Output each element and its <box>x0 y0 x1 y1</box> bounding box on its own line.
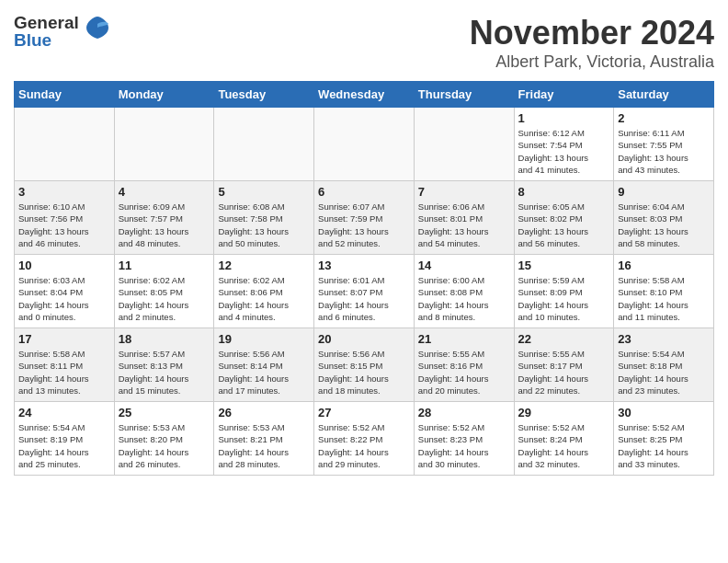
calendar-day-cell: 29Sunrise: 5:52 AM Sunset: 8:24 PM Dayli… <box>514 402 614 476</box>
day-number: 19 <box>218 332 310 346</box>
day-number: 17 <box>18 332 110 346</box>
calendar-day-cell: 22Sunrise: 5:55 AM Sunset: 8:17 PM Dayli… <box>514 328 614 402</box>
calendar-day-cell: 17Sunrise: 5:58 AM Sunset: 8:11 PM Dayli… <box>15 328 115 402</box>
day-number: 23 <box>618 332 710 346</box>
day-number: 18 <box>119 332 210 346</box>
day-detail: Sunrise: 5:55 AM Sunset: 8:17 PM Dayligh… <box>518 348 610 396</box>
calendar-day-cell: 24Sunrise: 5:54 AM Sunset: 8:19 PM Dayli… <box>15 402 115 476</box>
day-number: 16 <box>618 259 710 272</box>
day-number: 29 <box>518 406 610 419</box>
day-detail: Sunrise: 6:04 AM Sunset: 8:03 PM Dayligh… <box>618 201 710 249</box>
day-number: 12 <box>218 259 310 272</box>
day-detail: Sunrise: 6:02 AM Sunset: 8:06 PM Dayligh… <box>218 274 310 323</box>
day-number: 14 <box>418 259 510 272</box>
calendar-day-cell: 8Sunrise: 6:05 AM Sunset: 8:02 PM Daylig… <box>514 181 614 255</box>
calendar-day-cell: 23Sunrise: 5:54 AM Sunset: 8:18 PM Dayli… <box>614 328 714 402</box>
day-number: 4 <box>119 185 210 199</box>
calendar-table: SundayMondayTuesdayWednesdayThursdayFrid… <box>14 81 714 476</box>
day-detail: Sunrise: 6:05 AM Sunset: 8:02 PM Dayligh… <box>518 201 610 249</box>
calendar-day-cell <box>15 108 115 181</box>
weekday-header-thursday: Thursday <box>414 82 514 108</box>
day-detail: Sunrise: 5:58 AM Sunset: 8:10 PM Dayligh… <box>618 274 710 323</box>
day-detail: Sunrise: 5:59 AM Sunset: 8:09 PM Dayligh… <box>518 274 610 323</box>
day-detail: Sunrise: 6:09 AM Sunset: 7:57 PM Dayligh… <box>119 201 210 249</box>
day-number: 22 <box>518 332 610 346</box>
day-number: 5 <box>218 185 310 199</box>
calendar-day-cell: 9Sunrise: 6:04 AM Sunset: 8:03 PM Daylig… <box>614 181 714 255</box>
calendar-week-row: 1Sunrise: 6:12 AM Sunset: 7:54 PM Daylig… <box>15 108 714 181</box>
day-detail: Sunrise: 6:07 AM Sunset: 7:59 PM Dayligh… <box>318 201 410 249</box>
calendar-day-cell: 21Sunrise: 5:55 AM Sunset: 8:16 PM Dayli… <box>414 328 514 402</box>
day-number: 2 <box>618 111 710 125</box>
day-detail: Sunrise: 5:53 AM Sunset: 8:21 PM Dayligh… <box>218 421 310 470</box>
day-detail: Sunrise: 5:52 AM Sunset: 8:25 PM Dayligh… <box>618 421 710 470</box>
weekday-header-monday: Monday <box>114 82 214 108</box>
day-number: 13 <box>318 259 410 272</box>
day-number: 3 <box>18 185 110 199</box>
day-detail: Sunrise: 6:11 AM Sunset: 7:55 PM Dayligh… <box>618 127 710 176</box>
day-number: 7 <box>418 185 510 199</box>
day-detail: Sunrise: 6:02 AM Sunset: 8:05 PM Dayligh… <box>119 274 210 323</box>
day-detail: Sunrise: 5:56 AM Sunset: 8:15 PM Dayligh… <box>318 348 410 396</box>
day-detail: Sunrise: 5:53 AM Sunset: 8:20 PM Dayligh… <box>119 421 210 470</box>
weekday-header-row: SundayMondayTuesdayWednesdayThursdayFrid… <box>15 82 714 108</box>
calendar-day-cell: 28Sunrise: 5:52 AM Sunset: 8:23 PM Dayli… <box>414 402 514 476</box>
calendar-day-cell: 15Sunrise: 5:59 AM Sunset: 8:09 PM Dayli… <box>514 255 614 328</box>
calendar-day-cell: 10Sunrise: 6:03 AM Sunset: 8:04 PM Dayli… <box>15 255 115 328</box>
day-number: 28 <box>418 406 510 419</box>
weekday-header-wednesday: Wednesday <box>314 82 415 108</box>
logo: General Blue <box>14 14 112 49</box>
weekday-header-saturday: Saturday <box>614 82 714 108</box>
day-detail: Sunrise: 5:58 AM Sunset: 8:11 PM Dayligh… <box>18 348 110 396</box>
weekday-header-sunday: Sunday <box>15 82 115 108</box>
logo-blue: Blue <box>14 31 79 49</box>
day-detail: Sunrise: 6:01 AM Sunset: 8:07 PM Dayligh… <box>318 274 410 323</box>
logo-general: General <box>14 14 79 31</box>
day-detail: Sunrise: 6:00 AM Sunset: 8:08 PM Dayligh… <box>418 274 510 323</box>
calendar-week-row: 10Sunrise: 6:03 AM Sunset: 8:04 PM Dayli… <box>15 255 714 328</box>
calendar-day-cell <box>214 108 314 181</box>
calendar-day-cell: 25Sunrise: 5:53 AM Sunset: 8:20 PM Dayli… <box>114 402 214 476</box>
day-number: 15 <box>518 259 610 272</box>
weekday-header-friday: Friday <box>514 82 614 108</box>
day-number: 1 <box>518 111 610 125</box>
calendar-day-cell: 5Sunrise: 6:08 AM Sunset: 7:58 PM Daylig… <box>214 181 314 255</box>
calendar-day-cell <box>114 108 214 181</box>
day-detail: Sunrise: 6:06 AM Sunset: 8:01 PM Dayligh… <box>418 201 510 249</box>
logo-bird-icon <box>83 15 112 48</box>
calendar-day-cell <box>314 108 415 181</box>
day-number: 30 <box>618 406 710 419</box>
calendar-day-cell: 7Sunrise: 6:06 AM Sunset: 8:01 PM Daylig… <box>414 181 514 255</box>
calendar-day-cell: 2Sunrise: 6:11 AM Sunset: 7:55 PM Daylig… <box>614 108 714 181</box>
header: General Blue November 2024 Albert Park, … <box>14 14 714 72</box>
day-detail: Sunrise: 6:10 AM Sunset: 7:56 PM Dayligh… <box>18 201 110 249</box>
day-number: 8 <box>518 185 610 199</box>
day-number: 21 <box>418 332 510 346</box>
calendar-day-cell: 16Sunrise: 5:58 AM Sunset: 8:10 PM Dayli… <box>614 255 714 328</box>
calendar-day-cell: 1Sunrise: 6:12 AM Sunset: 7:54 PM Daylig… <box>514 108 614 181</box>
day-detail: Sunrise: 5:52 AM Sunset: 8:22 PM Dayligh… <box>318 421 410 470</box>
day-number: 26 <box>218 406 310 419</box>
calendar-day-cell: 3Sunrise: 6:10 AM Sunset: 7:56 PM Daylig… <box>15 181 115 255</box>
day-number: 9 <box>618 185 710 199</box>
calendar-week-row: 3Sunrise: 6:10 AM Sunset: 7:56 PM Daylig… <box>15 181 714 255</box>
day-detail: Sunrise: 6:08 AM Sunset: 7:58 PM Dayligh… <box>218 201 310 249</box>
day-detail: Sunrise: 5:55 AM Sunset: 8:16 PM Dayligh… <box>418 348 510 396</box>
day-detail: Sunrise: 6:03 AM Sunset: 8:04 PM Dayligh… <box>18 274 110 323</box>
day-detail: Sunrise: 5:52 AM Sunset: 8:23 PM Dayligh… <box>418 421 510 470</box>
calendar-subtitle: Albert Park, Victoria, Australia <box>470 52 714 72</box>
day-detail: Sunrise: 5:52 AM Sunset: 8:24 PM Dayligh… <box>518 421 610 470</box>
calendar-day-cell: 30Sunrise: 5:52 AM Sunset: 8:25 PM Dayli… <box>614 402 714 476</box>
day-number: 20 <box>318 332 410 346</box>
day-detail: Sunrise: 6:12 AM Sunset: 7:54 PM Dayligh… <box>518 127 610 176</box>
calendar-day-cell: 6Sunrise: 6:07 AM Sunset: 7:59 PM Daylig… <box>314 181 415 255</box>
day-detail: Sunrise: 5:54 AM Sunset: 8:19 PM Dayligh… <box>18 421 110 470</box>
calendar-day-cell: 14Sunrise: 6:00 AM Sunset: 8:08 PM Dayli… <box>414 255 514 328</box>
calendar-day-cell: 18Sunrise: 5:57 AM Sunset: 8:13 PM Dayli… <box>114 328 214 402</box>
calendar-day-cell: 19Sunrise: 5:56 AM Sunset: 8:14 PM Dayli… <box>214 328 314 402</box>
day-number: 11 <box>119 259 210 272</box>
day-detail: Sunrise: 5:54 AM Sunset: 8:18 PM Dayligh… <box>618 348 710 396</box>
calendar-week-row: 17Sunrise: 5:58 AM Sunset: 8:11 PM Dayli… <box>15 328 714 402</box>
calendar-day-cell: 4Sunrise: 6:09 AM Sunset: 7:57 PM Daylig… <box>114 181 214 255</box>
day-number: 10 <box>18 259 110 272</box>
